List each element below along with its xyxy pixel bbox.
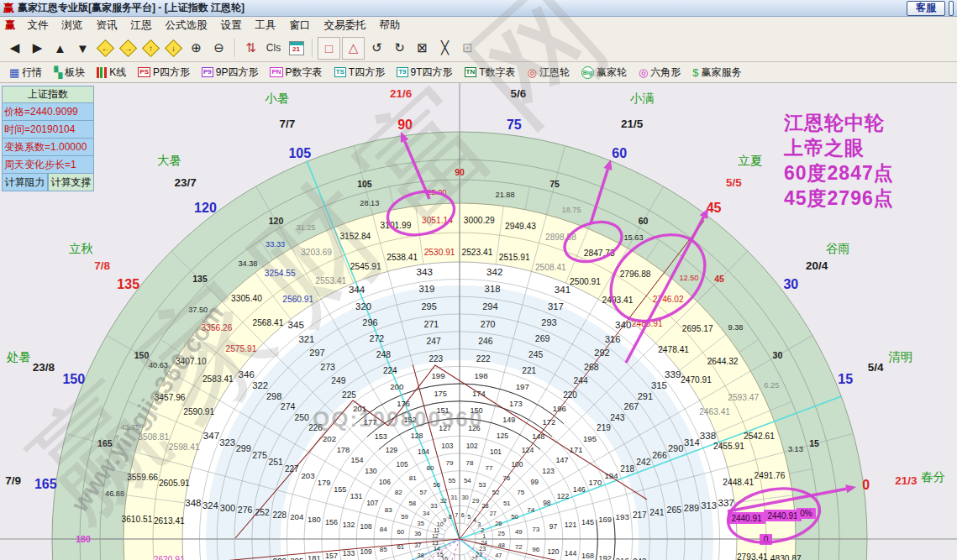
svg-text:96: 96 xyxy=(532,546,540,553)
svg-text:2: 2 xyxy=(481,527,484,534)
calc-support-button[interactable]: 计算支撑 xyxy=(48,174,94,191)
svg-text:83: 83 xyxy=(385,506,393,514)
svg-text:27: 27 xyxy=(490,510,497,517)
svg-text:82: 82 xyxy=(395,489,403,496)
svg-text:107: 107 xyxy=(366,499,378,507)
svg-text:60: 60 xyxy=(639,216,649,226)
svg-text:180: 180 xyxy=(308,515,321,524)
svg-text:248: 248 xyxy=(376,350,391,359)
svg-text:2500.91: 2500.91 xyxy=(570,277,601,286)
svg-text:61: 61 xyxy=(397,543,404,551)
svg-text:26: 26 xyxy=(495,520,502,527)
svg-text:170: 170 xyxy=(589,478,602,487)
svg-text:337: 337 xyxy=(718,497,734,508)
svg-text:299: 299 xyxy=(236,443,251,453)
index-name: 上证指数 xyxy=(2,86,94,103)
svg-text:98: 98 xyxy=(543,499,551,507)
svg-text:222: 222 xyxy=(476,354,491,364)
svg-text:216: 216 xyxy=(616,556,629,560)
svg-text:20/4: 20/4 xyxy=(806,259,828,272)
svg-text:266: 266 xyxy=(652,450,667,460)
gann-wheel[interactable]: 1234567891011121314151617181920212223242… xyxy=(0,0,957,560)
svg-text:清明: 清明 xyxy=(888,350,912,364)
svg-text:59: 59 xyxy=(401,513,408,521)
svg-text:立夏: 立夏 xyxy=(738,154,763,167)
svg-text:198: 198 xyxy=(474,371,487,380)
svg-text:225: 225 xyxy=(342,390,356,400)
svg-text:30: 30 xyxy=(461,494,468,501)
svg-text:221: 221 xyxy=(522,366,536,375)
svg-text:109: 109 xyxy=(360,547,372,556)
svg-text:77: 77 xyxy=(486,464,494,472)
svg-text:154: 154 xyxy=(350,456,363,464)
svg-text:276: 276 xyxy=(238,505,253,515)
svg-text:7/9: 7/9 xyxy=(5,474,21,487)
svg-text:298: 298 xyxy=(266,391,281,401)
svg-text:120: 120 xyxy=(547,547,559,556)
svg-text:205: 205 xyxy=(290,556,303,560)
svg-text:52: 52 xyxy=(492,489,500,496)
svg-text:9: 9 xyxy=(443,517,446,524)
svg-text:2793.41: 2793.41 xyxy=(737,552,768,560)
svg-text:316: 316 xyxy=(605,334,621,344)
svg-text:147: 147 xyxy=(556,456,569,464)
svg-text:23/8: 23/8 xyxy=(33,361,55,374)
svg-text:78: 78 xyxy=(465,459,474,467)
svg-text:292: 292 xyxy=(594,348,609,358)
svg-text:291: 291 xyxy=(638,391,653,401)
svg-text:294: 294 xyxy=(482,301,497,311)
svg-text:2796.88: 2796.88 xyxy=(620,270,651,279)
svg-text:105: 105 xyxy=(288,146,311,160)
svg-text:268: 268 xyxy=(584,362,599,372)
svg-text:3000.29: 3000.29 xyxy=(464,216,495,225)
svg-text:272: 272 xyxy=(370,333,385,343)
svg-text:2448.41: 2448.41 xyxy=(723,478,754,487)
svg-text:99: 99 xyxy=(530,478,539,486)
svg-text:2491.76: 2491.76 xyxy=(755,471,786,480)
svg-text:269: 269 xyxy=(535,333,550,343)
svg-text:122: 122 xyxy=(557,492,570,500)
svg-text:105: 105 xyxy=(397,460,408,468)
svg-text:53: 53 xyxy=(479,481,486,489)
svg-text:241: 241 xyxy=(649,508,664,517)
svg-text:144: 144 xyxy=(565,549,577,557)
svg-text:228: 228 xyxy=(272,510,287,520)
svg-text:2620.91: 2620.91 xyxy=(154,555,185,560)
svg-text:196: 196 xyxy=(553,404,566,413)
svg-text:219: 219 xyxy=(597,423,611,432)
svg-text:31: 31 xyxy=(450,494,457,501)
step-row: 周天变化步长=1 xyxy=(2,156,94,174)
svg-text:341: 341 xyxy=(555,284,571,295)
svg-text:181: 181 xyxy=(308,553,321,560)
svg-text:45: 45 xyxy=(714,274,724,284)
svg-text:50: 50 xyxy=(511,513,518,521)
svg-text:3: 3 xyxy=(477,521,481,528)
svg-text:18.75: 18.75 xyxy=(562,206,581,214)
svg-text:271: 271 xyxy=(424,319,439,329)
svg-text:15: 15 xyxy=(809,438,819,448)
svg-text:37: 37 xyxy=(414,542,421,549)
svg-text:3.13: 3.13 xyxy=(788,445,803,453)
svg-text:81: 81 xyxy=(409,474,418,482)
svg-text:2463.41: 2463.41 xyxy=(699,407,730,416)
svg-text:15.63: 15.63 xyxy=(624,233,644,242)
svg-text:2593.47: 2593.47 xyxy=(728,393,759,402)
svg-text:84: 84 xyxy=(380,526,388,533)
svg-text:290: 290 xyxy=(668,443,683,453)
svg-text:23/7: 23/7 xyxy=(175,176,197,189)
calc-resistance-button[interactable]: 计算阻力 xyxy=(2,174,48,191)
svg-text:124: 124 xyxy=(522,446,534,454)
svg-text:324: 324 xyxy=(202,500,218,510)
svg-text:314: 314 xyxy=(684,437,700,447)
svg-text:85: 85 xyxy=(380,546,388,553)
svg-text:267: 267 xyxy=(624,401,639,411)
svg-text:220: 220 xyxy=(563,390,577,400)
svg-text:103: 103 xyxy=(441,442,453,450)
svg-text:173: 173 xyxy=(509,399,523,408)
svg-text:2695.17: 2695.17 xyxy=(682,324,713,333)
svg-text:2508.41: 2508.41 xyxy=(535,263,566,272)
time-row: 时间=20190104 xyxy=(2,121,94,139)
svg-text:谷雨: 谷雨 xyxy=(826,242,850,255)
svg-text:169: 169 xyxy=(598,515,612,524)
svg-text:2493.41: 2493.41 xyxy=(602,296,634,305)
